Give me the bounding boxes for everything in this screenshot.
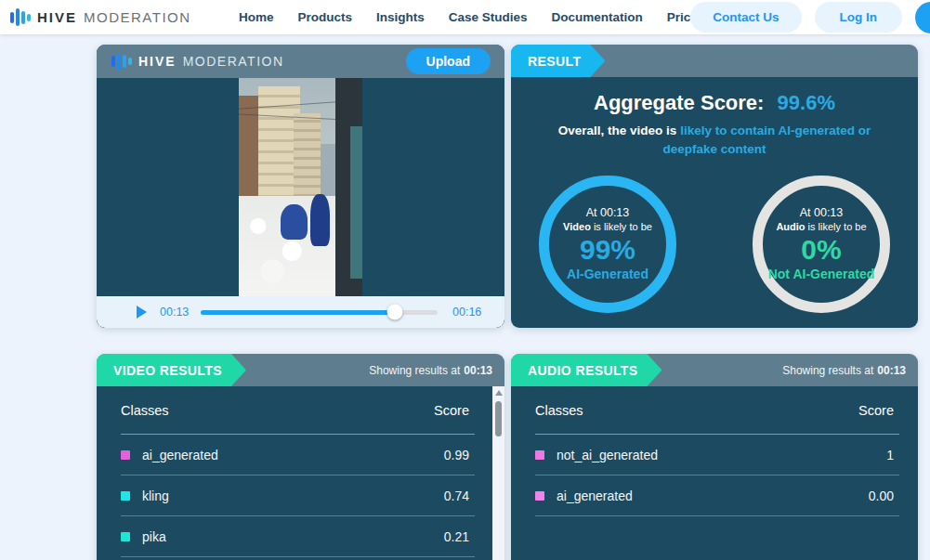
class-label: pika xyxy=(142,529,166,544)
table-row[interactable]: ai_generated 0.00 xyxy=(535,475,899,516)
video-results-panel: VIDEO RESULTS Showing results at 00:13 C… xyxy=(97,354,504,560)
class-score: 0.74 xyxy=(444,488,475,503)
audio-results-header: AUDIO RESULTS Showing results at 00:13 xyxy=(511,354,918,386)
log-in-button[interactable]: Log In xyxy=(815,2,903,33)
aggregate-score-line: Aggregate Score: 99.6% xyxy=(511,91,918,115)
audio-results-tag: AUDIO RESULTS xyxy=(511,354,662,386)
nav-actions: Contact Us Log In xyxy=(690,0,930,34)
hive-logo[interactable]: HIVE MODERATION xyxy=(10,8,191,27)
class-color-swatch xyxy=(121,532,130,541)
audio-gauge-percent: 0% xyxy=(801,234,841,265)
showing-prefix: Showing results at xyxy=(369,364,460,377)
class-score: 1 xyxy=(886,448,899,462)
nav-link-case-studies[interactable]: Case Studies xyxy=(449,10,528,24)
class-score: 0.99 xyxy=(444,448,475,462)
classes-column-header: Classes xyxy=(121,403,169,418)
brand-moderation-text: MODERATION xyxy=(84,9,191,25)
video-gauge-subtitle: Video is likely to be xyxy=(563,221,652,232)
current-time: 00:13 xyxy=(160,306,193,319)
brand-hive-text: HIVE xyxy=(37,9,77,25)
nav-round-button[interactable] xyxy=(915,2,930,33)
class-color-swatch xyxy=(121,450,130,460)
seek-fill xyxy=(201,310,395,315)
score-column-header: Score xyxy=(858,403,899,418)
summary-highlight: likely to contain AI-generated or deepfa… xyxy=(662,124,871,156)
gauges: At 00:13 Video is likely to be 99% AI-Ge… xyxy=(511,176,918,329)
video-results-body: Classes Score ai_generated 0.99 kling 0.… xyxy=(97,386,504,560)
result-header: RESULT xyxy=(511,45,918,77)
video-scooter xyxy=(281,204,308,240)
showing-time: 00:13 xyxy=(877,364,906,377)
table-scrollbar[interactable] xyxy=(492,386,504,560)
hive-equalizer-icon xyxy=(10,8,31,27)
seek-bar[interactable] xyxy=(201,310,438,315)
result-body: Aggregate Score: 99.6% Overall, the vide… xyxy=(511,77,918,328)
nav-links: Home Products Insights Case Studies Docu… xyxy=(239,0,710,34)
video-results-table: Classes Score ai_generated 0.99 kling 0.… xyxy=(97,386,504,557)
seek-thumb[interactable] xyxy=(387,305,403,320)
class-color-swatch xyxy=(535,491,544,501)
result-panel: RESULT Aggregate Score: 99.6% Overall, t… xyxy=(511,45,918,328)
video-gauge-label: Video xyxy=(593,326,622,329)
video-gauge-ring: At 00:13 Video is likely to be 99% AI-Ge… xyxy=(539,176,676,313)
showing-time: 00:13 xyxy=(464,364,492,377)
video-gauge-verdict: AI-Generated xyxy=(567,267,648,281)
video-results-tag: VIDEO RESULTS xyxy=(97,354,246,386)
video-gauge-likely: is likely to be xyxy=(591,221,652,232)
contact-us-button[interactable]: Contact Us xyxy=(690,2,801,33)
audio-gauge-time: At 00:13 xyxy=(800,206,844,219)
video-scooter xyxy=(310,194,330,246)
video-gauge: At 00:13 Video is likely to be 99% AI-Ge… xyxy=(519,176,696,329)
score-column-header: Score xyxy=(434,403,475,418)
player-brand-hive-text: HIVE xyxy=(138,54,177,69)
class-score: 0.21 xyxy=(444,529,475,544)
classes-column-header: Classes xyxy=(535,403,583,418)
audio-gauge-subject: Audio xyxy=(776,221,805,232)
class-color-swatch xyxy=(121,491,130,501)
class-score: 0.00 xyxy=(869,488,899,503)
player-brand-moderation-text: MODERATION xyxy=(183,54,284,69)
class-label: kling xyxy=(142,488,169,503)
page: HIVE MODERATION Home Products Insights C… xyxy=(0,0,930,560)
nav-link-products[interactable]: Products xyxy=(298,10,353,24)
player-equalizer-icon xyxy=(111,52,132,71)
video-player-panel: HIVE MODERATION Upload 00:13 xyxy=(97,45,504,328)
play-button[interactable] xyxy=(137,306,147,319)
video-results-showing: Showing results at 00:13 xyxy=(369,354,492,386)
showing-prefix: Showing results at xyxy=(782,364,873,377)
audio-gauge-verdict: Not AI-Generated xyxy=(768,267,875,281)
top-navbar: HIVE MODERATION Home Products Insights C… xyxy=(0,0,930,34)
audio-results-table: Classes Score not_ai_generated 1 ai_gene… xyxy=(511,386,918,516)
nav-link-documentation[interactable]: Documentation xyxy=(552,10,643,24)
video-area xyxy=(97,78,504,296)
video-results-header: VIDEO RESULTS Showing results at 00:13 xyxy=(97,354,504,386)
table-row[interactable]: not_ai_generated 1 xyxy=(535,435,899,475)
class-label: ai_generated xyxy=(142,448,218,462)
table-row[interactable]: kling 0.74 xyxy=(121,475,475,516)
audio-gauge-subtitle: Audio is likely to be xyxy=(776,221,866,232)
summary-prefix: Overall, the video is xyxy=(558,124,680,137)
audio-gauge-label: Audio xyxy=(806,326,837,329)
table-header-row: Classes Score xyxy=(121,386,475,435)
scrollbar-up-arrow-icon[interactable] xyxy=(495,390,503,396)
nav-link-home[interactable]: Home xyxy=(239,10,274,24)
aggregate-score-label: Aggregate Score: xyxy=(594,91,764,114)
total-time: 00:16 xyxy=(452,306,481,319)
audio-gauge-ring: At 00:13 Audio is likely to be 0% Not AI… xyxy=(753,176,890,313)
video-door xyxy=(350,126,362,280)
video-thumbnail[interactable] xyxy=(239,78,362,296)
table-row[interactable]: ai_generated 0.99 xyxy=(121,435,475,475)
result-tag: RESULT xyxy=(511,45,605,77)
player-controls: 00:13 00:16 xyxy=(97,296,504,328)
audio-results-panel: AUDIO RESULTS Showing results at 00:13 C… xyxy=(511,354,918,560)
video-player-header: HIVE MODERATION Upload xyxy=(97,45,504,78)
scrollbar-thumb[interactable] xyxy=(495,401,502,436)
table-row[interactable]: pika 0.21 xyxy=(121,516,475,557)
aggregate-score-value: 99.6% xyxy=(778,91,835,114)
class-label: ai_generated xyxy=(557,488,633,503)
video-gauge-subject: Video xyxy=(563,221,591,232)
upload-button[interactable]: Upload xyxy=(406,48,491,74)
player-hive-logo: HIVE MODERATION xyxy=(111,52,284,71)
nav-link-insights[interactable]: Insights xyxy=(376,10,425,24)
video-gauge-percent: 99% xyxy=(580,234,635,265)
